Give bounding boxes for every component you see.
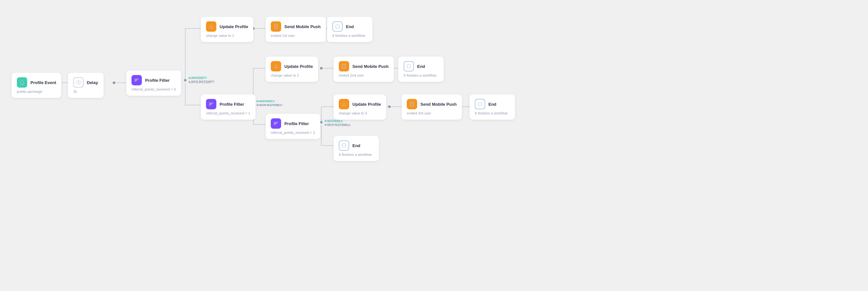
send-push-2-icon	[339, 61, 349, 71]
profile-filter-3-node[interactable]: Profile Filter referral_points_received …	[266, 114, 320, 139]
end-4-node[interactable]: End It finishes a workflow	[334, 136, 379, 161]
end-3-node[interactable]: End It finishes a workflow	[470, 95, 515, 120]
profile-event-title: Profile Event	[30, 80, 56, 85]
end-2-node[interactable]: End It finishes a workflow	[398, 57, 444, 82]
profile-event-icon	[17, 77, 27, 87]
update-profile-3-title: Update Profile	[352, 102, 381, 107]
end-1-icon	[332, 21, 343, 32]
svg-rect-32	[407, 65, 411, 68]
profile-filter-2-icon	[206, 99, 216, 109]
svg-point-22	[320, 121, 322, 123]
profile-filter-1-node[interactable]: Profile Filter referral_points_received …	[126, 71, 181, 96]
update-profile-2-icon	[271, 61, 281, 71]
end-1-subtitle: It finishes a workflow	[332, 34, 367, 37]
svg-point-2	[113, 81, 115, 84]
send-push-2-title: Send Mobile Push	[352, 64, 389, 69]
end-3-title: End	[488, 102, 497, 107]
end-3-icon	[475, 99, 485, 109]
profile-filter-1-title: Profile Filter	[145, 78, 170, 83]
delay-title: Delay	[87, 80, 98, 85]
send-push-3-title: Send Mobile Push	[421, 102, 457, 107]
svg-rect-31	[336, 25, 339, 29]
matched-label-1: MATCHED	[188, 77, 204, 80]
update-profile-3-subtitle: change value to 3	[339, 111, 381, 115]
delay-icon	[73, 77, 84, 87]
update-profile-1-title: Update Profile	[220, 24, 248, 29]
update-profile-1-node[interactable]: Update Profile change value to 1	[201, 17, 253, 42]
profile-filter-2-title: Profile Filter	[220, 102, 244, 107]
profile-filter-3-icon	[271, 118, 281, 129]
send-push-3-subtitle: invited 3rd user	[407, 111, 457, 115]
send-push-2-node[interactable]: Send Mobile Push invited 2nd user	[334, 57, 394, 82]
end-4-icon	[339, 140, 349, 151]
profile-filter-1-icon	[131, 75, 142, 85]
profile-filter-3-subtitle: referral_points_received = 2	[271, 131, 315, 135]
send-push-1-icon	[271, 21, 281, 32]
update-profile-3-icon	[339, 99, 349, 109]
svg-point-18	[320, 67, 322, 70]
end-3-subtitle: It finishes a workflow	[475, 111, 510, 115]
end-2-icon	[404, 61, 414, 71]
svg-point-27	[388, 105, 391, 108]
profile-filter-2-node[interactable]: Profile Filter referral_points_received …	[201, 95, 255, 120]
profile-filter-3-title: Profile Filter	[284, 121, 309, 126]
profile-filter-1-subtitle: referral_points_received = 0	[131, 87, 176, 91]
svg-rect-34	[342, 144, 346, 147]
update-profile-2-title: Update Profile	[284, 64, 313, 69]
send-push-2-subtitle: invited 2nd user	[339, 73, 389, 77]
profile-event-subtitle: points.upcharge	[17, 89, 56, 94]
update-profile-2-subtitle: change value to 2	[271, 73, 313, 77]
update-profile-3-node[interactable]: Update Profile change value to 3	[334, 95, 386, 120]
update-profile-1-icon	[206, 21, 216, 32]
update-profile-1-subtitle: change value to 1	[206, 34, 248, 37]
not-matched-label-2: NOT MATCHED	[256, 104, 279, 107]
matched-label-2: MATCHED	[256, 100, 271, 103]
profile-filter-2-subtitle: referral_points_received = 1	[206, 111, 250, 115]
svg-point-4	[184, 79, 187, 81]
end-4-subtitle: It finishes a workflow	[339, 153, 374, 156]
not-matched-label-3: NOT MATCHED	[324, 123, 346, 126]
not-matched-label-1: NOT MATCHED	[188, 81, 211, 84]
end-2-subtitle: It finishes a workflow	[404, 73, 438, 77]
update-profile-2-node[interactable]: Update Profile change value to 2	[266, 57, 318, 82]
send-push-3-icon	[407, 99, 417, 109]
send-push-1-title: Send Mobile Push	[284, 24, 321, 29]
end-2-title: End	[417, 64, 425, 69]
send-push-1-subtitle: invited 1st user	[271, 34, 321, 37]
end-4-title: End	[352, 143, 361, 148]
delay-subtitle: 3s	[73, 89, 98, 94]
end-1-title: End	[346, 24, 354, 29]
end-1-node[interactable]: End It finishes a workflow	[327, 17, 372, 42]
svg-rect-33	[478, 103, 482, 106]
delay-node[interactable]: Delay 3s	[68, 73, 104, 98]
send-push-1-node[interactable]: Send Mobile Push invited 1st user	[266, 17, 326, 42]
send-push-3-node[interactable]: Send Mobile Push invited 3rd user	[402, 95, 462, 120]
profile-event-node[interactable]: Profile Event points.upcharge	[12, 73, 61, 98]
